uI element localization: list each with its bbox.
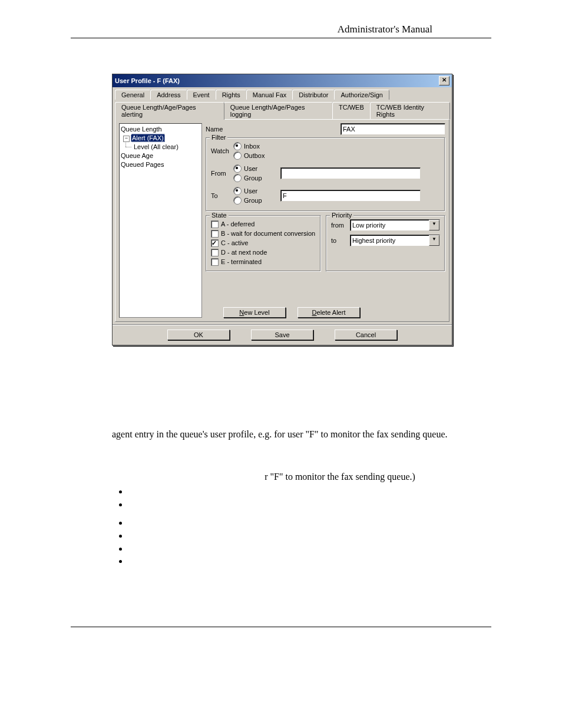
tab-general[interactable]: General: [115, 90, 151, 100]
state-e-label: E - terminated: [221, 257, 262, 266]
radio-icon: [233, 151, 242, 160]
tab-tcweb[interactable]: TC/WEB: [332, 102, 371, 119]
tab-manual-fax[interactable]: Manual Fax: [246, 90, 293, 100]
dialog-bottom-bar: OK Save Cancel: [113, 324, 452, 345]
save-button[interactable]: Save: [251, 330, 313, 340]
tree-alert-fax[interactable]: −Alert (FAX): [121, 134, 200, 143]
tree-queue-length[interactable]: Queue Length: [121, 125, 200, 134]
watch-inbox-label: Inbox: [244, 141, 260, 151]
list-item: [128, 555, 491, 568]
list-item: [128, 485, 491, 498]
list-item: [128, 542, 491, 555]
radio-icon: [233, 196, 242, 205]
name-label: Name: [206, 126, 229, 133]
radio-icon: [233, 174, 242, 182]
bullet-list: [112, 485, 491, 568]
tab-tcweb-identity[interactable]: TC/WEB Identity Rights: [370, 102, 450, 119]
list-item: [128, 529, 491, 542]
from-input[interactable]: [280, 167, 421, 179]
cancel-button[interactable]: Cancel: [335, 330, 397, 340]
filter-legend: Filter: [210, 134, 227, 141]
checkbox-icon: [211, 220, 219, 228]
state-c-option[interactable]: C - active: [211, 238, 316, 248]
priority-legend: Priority: [330, 212, 353, 219]
tree-queue-age[interactable]: Queue Age: [121, 151, 200, 160]
tree-pane[interactable]: Queue Length −Alert (FAX) Level (All cle…: [119, 123, 202, 318]
tab-queue-alerting[interactable]: Queue Length/Age/Pages alerting: [115, 102, 224, 120]
from-group-label: Group: [244, 173, 262, 183]
tab-authorize-sign[interactable]: Authorize/Sign: [334, 90, 389, 100]
right-pane: Name Filter Watch Inbox Outbox: [206, 123, 445, 318]
priority-from-label: from: [331, 222, 346, 229]
radio-icon: [233, 187, 242, 195]
document-body: agent entry in the queue's user profile,…: [71, 428, 491, 568]
close-icon[interactable]: ✕: [439, 76, 449, 85]
watch-label: Watch: [211, 147, 233, 154]
new-level-button[interactable]: New Level: [223, 307, 286, 318]
checkbox-icon: [211, 239, 219, 247]
state-fieldset: State A - deferred B - wait for document…: [206, 215, 321, 272]
checkbox-icon: [211, 258, 219, 266]
priority-to-select[interactable]: Highest priority ▼: [350, 235, 440, 246]
priority-from-select[interactable]: Low priority ▼: [350, 219, 440, 231]
state-a-option[interactable]: A - deferred: [211, 219, 316, 229]
tab-queue-logging[interactable]: Queue Length/Age/Pages logging: [224, 102, 333, 119]
user-profile-dialog: User Profile - F (FAX) ✕ General Address…: [112, 74, 452, 345]
state-d-option[interactable]: D - at next node: [211, 248, 316, 257]
from-user-label: User: [244, 164, 257, 173]
from-user-option[interactable]: User: [233, 164, 275, 173]
priority-to-value: Highest priority: [352, 237, 395, 244]
priority-to-label: to: [331, 237, 346, 244]
radio-icon: [233, 164, 242, 173]
footer-divider: [71, 627, 491, 627]
state-e-option[interactable]: E - terminated: [211, 257, 316, 266]
tabs-row-1: General Address Event Rights Manual Fax …: [113, 87, 452, 100]
state-d-label: D - at next node: [221, 248, 267, 257]
checkbox-icon: [211, 230, 219, 238]
page-header: Administrator's Manual: [71, 24, 491, 38]
dialog-titlebar: User Profile - F (FAX) ✕: [113, 74, 452, 87]
to-group-option[interactable]: Group: [233, 196, 275, 205]
state-legend: State: [210, 212, 229, 219]
chevron-down-icon: ▼: [429, 220, 439, 230]
checkbox-icon: [211, 249, 219, 256]
chevron-down-icon: ▼: [429, 235, 439, 246]
watch-outbox-option[interactable]: Outbox: [233, 151, 275, 160]
priority-from-value: Low priority: [352, 222, 385, 229]
from-label: From: [211, 170, 233, 177]
to-input[interactable]: [280, 190, 421, 202]
tab-event[interactable]: Event: [187, 90, 216, 100]
tree-alert-label: Alert (FAX): [131, 134, 165, 142]
watch-inbox-option[interactable]: Inbox: [233, 141, 275, 151]
watch-outbox-label: Outbox: [244, 151, 265, 160]
doc-line-1: agent entry in the queue's user profile,…: [112, 428, 491, 441]
from-group-option[interactable]: Group: [233, 173, 275, 183]
list-item: [128, 498, 491, 511]
tab-panel: Queue Length −Alert (FAX) Level (All cle…: [115, 119, 449, 322]
state-a-label: A - deferred: [221, 219, 254, 229]
list-item: [128, 516, 491, 529]
tabs-row-2: Queue Length/Age/Pages alerting Queue Le…: [113, 100, 452, 119]
to-group-label: Group: [244, 196, 262, 205]
state-c-label: C - active: [221, 238, 248, 248]
to-user-option[interactable]: User: [233, 186, 275, 196]
delete-alert-button[interactable]: Delete Alert: [297, 307, 360, 318]
to-label: To: [211, 192, 233, 199]
state-b-label: B - wait for document conversion: [221, 229, 315, 238]
radio-icon: [233, 142, 242, 150]
tab-rights[interactable]: Rights: [216, 90, 247, 100]
priority-fieldset: Priority from Low priority ▼ to: [326, 215, 445, 272]
ok-button[interactable]: OK: [167, 330, 230, 340]
state-b-option[interactable]: B - wait for document conversion: [211, 229, 316, 238]
tree-queued-pages[interactable]: Queued Pages: [121, 160, 200, 169]
tab-distributor[interactable]: Distributor: [292, 90, 335, 100]
to-user-label: User: [244, 186, 257, 196]
doc-line-2: r "F" to monitor the fax sending queue.): [112, 470, 491, 483]
tree-collapse-icon[interactable]: −: [123, 136, 130, 142]
tab-address[interactable]: Address: [150, 90, 187, 100]
filter-fieldset: Filter Watch Inbox Outbox From User: [206, 137, 445, 212]
tree-level-all-clear[interactable]: Level (All clear): [121, 143, 200, 151]
name-input[interactable]: [340, 123, 445, 135]
dialog-title: User Profile - F (FAX): [115, 77, 180, 84]
